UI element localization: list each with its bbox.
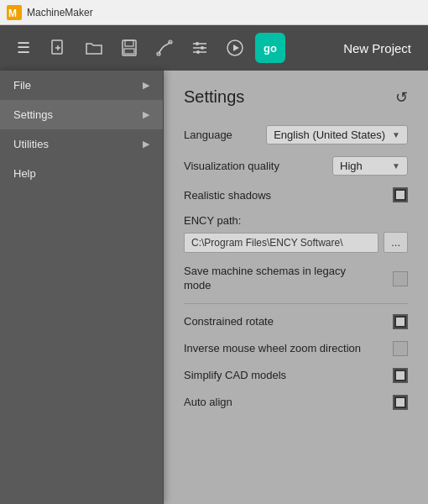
utilities-arrow-icon: ▶ — [143, 139, 149, 150]
file-arrow-icon: ▶ — [143, 80, 149, 91]
save-icon — [120, 39, 138, 57]
menu-item-help[interactable]: Help — [0, 159, 163, 188]
main-area: File ▶ Settings ▶ Utilities ▶ Help Setti… — [0, 71, 428, 504]
menu-utilities-label: Utilities — [13, 138, 49, 150]
settings-title: Settings — [184, 87, 244, 107]
ency-path-label: ENCY path: — [184, 214, 408, 227]
menu-settings-label: Settings — [13, 108, 53, 121]
new-file-button[interactable] — [44, 33, 74, 63]
auto-align-checkbox[interactable] — [393, 395, 408, 410]
visualization-quality-label: Visualization quality — [184, 160, 332, 172]
menu-file-label: File — [13, 79, 31, 92]
new-file-icon — [50, 39, 68, 57]
simplify-cad-label: Simplify CAD models — [184, 369, 393, 381]
settings-panel: Settings ↺ Language English (United Stat… — [164, 71, 428, 504]
open-folder-button[interactable] — [79, 33, 109, 63]
ency-path-section: ENCY path: ... — [184, 214, 408, 253]
legacy-mode-row: Save machine schemas in legacy mode — [184, 265, 408, 293]
menu-help-label: Help — [13, 167, 36, 180]
constrained-rotate-checkbox[interactable] — [393, 314, 408, 329]
language-row: Language English (United States) ▼ — [184, 125, 408, 144]
svg-rect-2 — [52, 40, 62, 54]
app-title: MachineMaker — [27, 7, 93, 18]
simplify-cad-checkbox[interactable] — [393, 368, 408, 383]
menu-item-file[interactable]: File ▶ — [0, 71, 163, 100]
svg-text:M: M — [8, 8, 17, 19]
language-label: Language — [184, 129, 266, 141]
inverse-mouse-wheel-row: Inverse mouse wheel zoom direction — [184, 341, 408, 356]
go-label: go — [264, 42, 277, 55]
titlebar: M MachineMaker — [0, 0, 428, 25]
project-title: New Project — [343, 41, 420, 55]
visualization-quality-select[interactable]: High ▼ — [332, 156, 408, 176]
reset-button[interactable]: ↺ — [395, 88, 408, 107]
toolbar: ☰ — [0, 25, 428, 71]
go-button[interactable]: go — [255, 33, 285, 63]
robot-arm-icon — [155, 39, 174, 57]
legacy-mode-checkbox[interactable] — [393, 271, 408, 286]
constrained-rotate-row: Constrained rotate — [184, 314, 408, 329]
inverse-mouse-wheel-label: Inverse mouse wheel zoom direction — [184, 342, 393, 354]
simplify-cad-row: Simplify CAD models — [184, 368, 408, 383]
hamburger-menu-button[interactable]: ☰ — [8, 33, 39, 63]
auto-align-label: Auto align — [184, 396, 393, 408]
auto-align-row: Auto align — [184, 395, 408, 410]
svg-point-13 — [196, 42, 199, 45]
visualization-quality-value: High — [340, 160, 363, 172]
app-logo: M — [7, 5, 22, 20]
save-button[interactable] — [114, 33, 144, 63]
dropdown-menu: File ▶ Settings ▶ Utilities ▶ Help — [0, 71, 164, 504]
visualization-quality-row: Visualization quality High ▼ — [184, 156, 408, 176]
sliders-icon — [191, 39, 209, 57]
svg-rect-6 — [125, 40, 133, 46]
robot-arm-button[interactable] — [149, 33, 180, 63]
sliders-button[interactable] — [185, 33, 215, 63]
menu-item-settings[interactable]: Settings ▶ — [0, 100, 163, 129]
legacy-mode-label: Save machine schemas in legacy mode — [184, 265, 352, 293]
svg-rect-7 — [124, 49, 134, 54]
constrained-rotate-label: Constrained rotate — [184, 315, 393, 328]
svg-point-14 — [201, 46, 204, 50]
quality-dropdown-icon: ▼ — [392, 161, 400, 171]
play-button[interactable] — [220, 33, 250, 63]
settings-header: Settings ↺ — [184, 87, 408, 107]
menu-item-utilities[interactable]: Utilities ▶ — [0, 129, 163, 159]
realistic-shadows-row: Realistic shadows — [184, 187, 408, 202]
settings-arrow-icon: ▶ — [143, 109, 149, 120]
inverse-mouse-wheel-checkbox[interactable] — [393, 341, 408, 356]
svg-marker-17 — [233, 45, 239, 51]
play-icon — [226, 39, 244, 57]
realistic-shadows-label: Realistic shadows — [184, 189, 393, 202]
language-value: English (United States) — [274, 129, 385, 141]
ency-path-row: ... — [184, 232, 408, 253]
ency-path-input[interactable] — [184, 233, 378, 253]
language-select[interactable]: English (United States) ▼ — [266, 125, 408, 144]
divider — [184, 303, 408, 304]
realistic-shadows-checkbox[interactable] — [393, 187, 408, 202]
svg-point-15 — [196, 50, 200, 54]
ency-browse-button[interactable]: ... — [384, 232, 408, 253]
language-dropdown-icon: ▼ — [392, 130, 400, 139]
open-folder-icon — [85, 39, 103, 57]
